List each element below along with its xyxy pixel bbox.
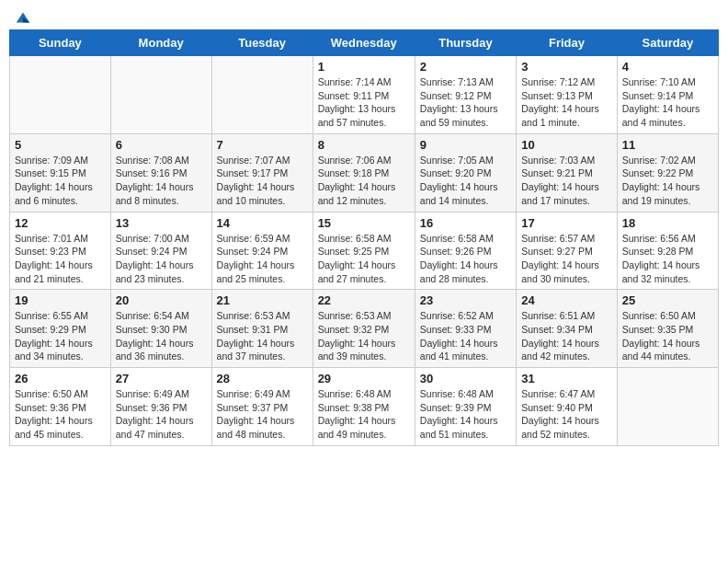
day-info-25: Sunrise: 6:50 AM Sunset: 9:35 PM Dayligh… [622,309,713,363]
empty-cell [110,56,211,134]
day-number-18: 18 [622,216,713,230]
day-number-26: 26 [15,372,106,385]
empty-cell [211,56,313,134]
calendar-week-3: 12Sunrise: 7:01 AM Sunset: 9:23 PM Dayli… [10,212,719,290]
day-number-28: 28 [217,372,308,385]
day-info-2: Sunrise: 7:13 AM Sunset: 9:12 PM Dayligh… [420,75,511,130]
day-info-11: Sunrise: 7:02 AM Sunset: 9:22 PM Dayligh… [622,154,713,208]
day-number-22: 22 [318,293,410,307]
day-info-22: Sunrise: 6:53 AM Sunset: 9:32 PM Dayligh… [318,309,410,363]
day-info-23: Sunrise: 6:52 AM Sunset: 9:33 PM Dayligh… [420,309,511,363]
day-number-24: 24 [521,293,612,307]
day-number-11: 11 [622,138,713,152]
day-number-19: 19 [15,293,106,307]
day-cell-28: 28Sunrise: 6:49 AM Sunset: 9:37 PM Dayli… [211,368,313,446]
day-cell-31: 31Sunrise: 6:47 AM Sunset: 9:40 PM Dayli… [517,368,618,446]
weekday-header-saturday: Saturday [617,30,718,56]
day-info-31: Sunrise: 6:47 AM Sunset: 9:40 PM Dayligh… [521,387,612,442]
day-info-28: Sunrise: 6:49 AM Sunset: 9:37 PM Dayligh… [217,387,308,442]
day-number-10: 10 [521,138,612,152]
day-info-30: Sunrise: 6:48 AM Sunset: 9:39 PM Dayligh… [420,387,511,442]
day-cell-19: 19Sunrise: 6:55 AM Sunset: 9:29 PM Dayli… [10,290,111,368]
day-cell-24: 24Sunrise: 6:51 AM Sunset: 9:34 PM Dayli… [517,290,618,368]
day-number-3: 3 [521,60,612,74]
day-cell-26: 26Sunrise: 6:50 AM Sunset: 9:36 PM Dayli… [10,368,111,446]
day-cell-6: 6Sunrise: 7:08 AM Sunset: 9:16 PM Daylig… [110,133,211,212]
day-number-8: 8 [318,138,410,152]
day-info-20: Sunrise: 6:54 AM Sunset: 9:30 PM Dayligh… [116,309,207,363]
day-number-17: 17 [521,216,612,230]
day-number-9: 9 [420,138,511,152]
day-cell-17: 17Sunrise: 6:57 AM Sunset: 9:27 PM Dayli… [517,212,618,290]
day-number-31: 31 [521,372,612,385]
day-cell-20: 20Sunrise: 6:54 AM Sunset: 9:30 PM Dayli… [110,290,211,368]
day-info-9: Sunrise: 7:05 AM Sunset: 9:20 PM Dayligh… [420,154,511,208]
calendar-week-5: 26Sunrise: 6:50 AM Sunset: 9:36 PM Dayli… [10,368,719,446]
day-number-29: 29 [318,372,410,385]
day-info-5: Sunrise: 7:09 AM Sunset: 9:15 PM Dayligh… [15,154,106,208]
calendar-header: SundayMondayTuesdayWednesdayThursdayFrid… [10,30,719,56]
day-number-15: 15 [318,216,410,230]
day-cell-5: 5Sunrise: 7:09 AM Sunset: 9:15 PM Daylig… [10,133,111,212]
day-cell-9: 9Sunrise: 7:05 AM Sunset: 9:20 PM Daylig… [415,133,516,212]
day-number-27: 27 [116,372,207,385]
calendar-week-4: 19Sunrise: 6:55 AM Sunset: 9:29 PM Dayli… [10,290,719,368]
day-cell-25: 25Sunrise: 6:50 AM Sunset: 9:35 PM Dayli… [617,290,718,368]
day-info-14: Sunrise: 6:59 AM Sunset: 9:24 PM Dayligh… [217,232,308,286]
day-number-2: 2 [420,60,511,74]
weekday-header-thursday: Thursday [415,30,516,56]
logo-icon [15,9,31,26]
day-info-13: Sunrise: 7:00 AM Sunset: 9:24 PM Dayligh… [116,232,207,286]
day-cell-12: 12Sunrise: 7:01 AM Sunset: 9:23 PM Dayli… [10,212,111,290]
day-info-29: Sunrise: 6:48 AM Sunset: 9:38 PM Dayligh… [318,387,410,442]
day-cell-22: 22Sunrise: 6:53 AM Sunset: 9:32 PM Dayli… [313,290,415,368]
day-info-24: Sunrise: 6:51 AM Sunset: 9:34 PM Dayligh… [521,309,612,363]
calendar-week-1: 1Sunrise: 7:14 AM Sunset: 9:11 PM Daylig… [10,56,719,134]
day-info-7: Sunrise: 7:07 AM Sunset: 9:17 PM Dayligh… [217,154,308,208]
weekday-header-monday: Monday [110,30,211,56]
day-info-19: Sunrise: 6:55 AM Sunset: 9:29 PM Dayligh… [15,309,106,363]
day-cell-4: 4Sunrise: 7:10 AM Sunset: 9:14 PM Daylig… [617,56,718,134]
day-info-3: Sunrise: 7:12 AM Sunset: 9:13 PM Dayligh… [521,75,612,130]
day-cell-27: 27Sunrise: 6:49 AM Sunset: 9:36 PM Dayli… [110,368,211,446]
day-cell-16: 16Sunrise: 6:58 AM Sunset: 9:26 PM Dayli… [415,212,516,290]
day-cell-18: 18Sunrise: 6:56 AM Sunset: 9:28 PM Dayli… [617,212,718,290]
day-cell-30: 30Sunrise: 6:48 AM Sunset: 9:39 PM Dayli… [415,368,516,446]
day-info-12: Sunrise: 7:01 AM Sunset: 9:23 PM Dayligh… [15,232,106,286]
weekday-header-friday: Friday [517,30,618,56]
day-info-17: Sunrise: 6:57 AM Sunset: 9:27 PM Dayligh… [521,232,612,286]
empty-cell [10,56,111,134]
header [9,9,719,22]
day-number-30: 30 [420,372,511,385]
day-cell-11: 11Sunrise: 7:02 AM Sunset: 9:22 PM Dayli… [617,133,718,212]
day-number-20: 20 [116,293,207,307]
day-number-21: 21 [217,293,308,307]
day-info-8: Sunrise: 7:06 AM Sunset: 9:18 PM Dayligh… [318,154,410,208]
day-number-25: 25 [622,293,713,307]
day-info-6: Sunrise: 7:08 AM Sunset: 9:16 PM Dayligh… [116,154,207,208]
day-cell-15: 15Sunrise: 6:58 AM Sunset: 9:25 PM Dayli… [313,212,415,290]
day-number-12: 12 [15,216,106,230]
day-number-6: 6 [116,138,207,152]
day-cell-7: 7Sunrise: 7:07 AM Sunset: 9:17 PM Daylig… [211,133,313,212]
day-cell-29: 29Sunrise: 6:48 AM Sunset: 9:38 PM Dayli… [313,368,415,446]
day-number-23: 23 [420,293,511,307]
day-cell-10: 10Sunrise: 7:03 AM Sunset: 9:21 PM Dayli… [517,133,618,212]
day-info-1: Sunrise: 7:14 AM Sunset: 9:11 PM Dayligh… [318,75,410,130]
day-number-5: 5 [15,138,106,152]
day-cell-2: 2Sunrise: 7:13 AM Sunset: 9:12 PM Daylig… [415,56,516,134]
day-info-4: Sunrise: 7:10 AM Sunset: 9:14 PM Dayligh… [622,75,713,130]
day-cell-1: 1Sunrise: 7:14 AM Sunset: 9:11 PM Daylig… [313,56,415,134]
day-number-4: 4 [622,60,713,74]
day-number-7: 7 [217,138,308,152]
day-cell-14: 14Sunrise: 6:59 AM Sunset: 9:24 PM Dayli… [211,212,313,290]
calendar-week-2: 5Sunrise: 7:09 AM Sunset: 9:15 PM Daylig… [10,133,719,212]
day-info-18: Sunrise: 6:56 AM Sunset: 9:28 PM Dayligh… [622,232,713,286]
empty-cell [617,368,718,446]
calendar-table: SundayMondayTuesdayWednesdayThursdayFrid… [9,29,719,446]
day-cell-3: 3Sunrise: 7:12 AM Sunset: 9:13 PM Daylig… [517,56,618,134]
day-info-10: Sunrise: 7:03 AM Sunset: 9:21 PM Dayligh… [521,154,612,208]
day-number-16: 16 [420,216,511,230]
day-number-1: 1 [318,60,410,74]
day-info-21: Sunrise: 6:53 AM Sunset: 9:31 PM Dayligh… [217,309,308,363]
